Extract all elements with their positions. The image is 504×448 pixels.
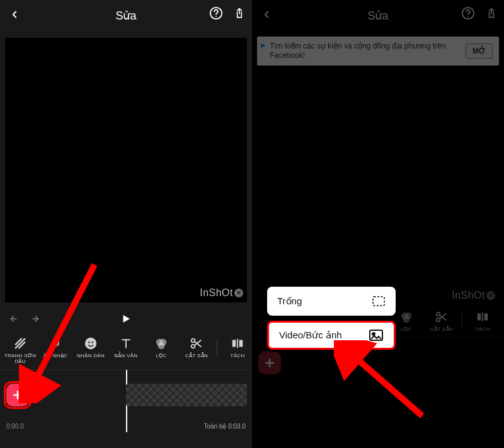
- tool-canvas[interactable]: TRANH SƠN DẦU: [3, 336, 38, 364]
- tool-label: CẮT SẴN: [185, 353, 208, 359]
- tool-label: LỌC: [401, 326, 411, 332]
- svg-point-1: [215, 16, 217, 17]
- playback-row: [0, 306, 252, 331]
- filter-icon: [154, 336, 168, 350]
- share-icon[interactable]: [233, 6, 246, 20]
- scissors-icon: [190, 336, 203, 350]
- tool-sticker[interactable]: NHÃN DÁN: [73, 336, 108, 359]
- redo-icon[interactable]: [28, 314, 40, 324]
- svg-point-27: [467, 16, 469, 17]
- split-icon: [476, 310, 490, 324]
- help-icon[interactable]: [209, 6, 223, 20]
- watermark-remove-icon[interactable]: ✕: [234, 289, 243, 297]
- watermark-text: InShOt: [200, 287, 233, 299]
- blank-rect-icon: [372, 296, 386, 307]
- tool-text[interactable]: BẢN VĂN: [108, 336, 144, 359]
- svg-rect-19: [232, 340, 236, 347]
- svg-rect-20: [239, 340, 243, 347]
- watermark-text: InShOt: [452, 290, 485, 301]
- add-clip-button[interactable]: [6, 384, 29, 406]
- help-icon[interactable]: [461, 6, 475, 20]
- header: Sửa: [252, 0, 504, 32]
- option-label: Trống: [277, 296, 302, 307]
- svg-point-14: [158, 342, 165, 349]
- tool-label: CẮT SẴN: [430, 326, 453, 332]
- toolbar-divider: [217, 339, 217, 357]
- undo-icon[interactable]: [9, 314, 21, 324]
- back-icon[interactable]: [9, 9, 20, 20]
- svg-point-9: [91, 342, 93, 343]
- svg-point-7: [85, 338, 96, 349]
- header: Sửa: [0, 0, 252, 32]
- music-icon: [49, 336, 62, 350]
- ad-banner[interactable]: ▶ Tìm kiếm các sự kiện và cộng đồng địa …: [257, 37, 499, 66]
- svg-rect-40: [373, 297, 384, 306]
- timeline-current-time: 0:00.0: [6, 423, 24, 430]
- scissors-icon: [435, 310, 449, 324]
- option-video-photo[interactable]: Video/Bức ảnh: [267, 321, 396, 350]
- ad-open-button[interactable]: MỞ: [466, 43, 493, 59]
- watermark-remove-icon[interactable]: ✕: [486, 291, 495, 300]
- toolbar: TRANH SƠN DẦU ÂM NHẠC NHÃN DÁN BẢN VĂN: [0, 331, 252, 367]
- tool-label: BẢN VĂN: [115, 353, 138, 359]
- tool-cut[interactable]: CẮT SẴN: [179, 336, 214, 359]
- option-blank[interactable]: Trống: [267, 287, 396, 316]
- phone-screen-left: Sửa InShOt ✕: [0, 0, 252, 448]
- watermark: InShOt ✕: [200, 287, 243, 299]
- play-icon[interactable]: [120, 313, 132, 325]
- tool-music[interactable]: ÂM NHẠC: [38, 336, 73, 359]
- tool-label: NHÃN DÁN: [77, 353, 105, 359]
- filter-icon: [399, 310, 413, 324]
- text-icon: [120, 336, 132, 350]
- svg-point-30: [403, 316, 410, 323]
- ad-text: Tìm kiếm các sự kiện và cộng đồng địa ph…: [270, 42, 466, 60]
- svg-rect-35: [478, 314, 481, 321]
- svg-marker-2: [123, 315, 130, 323]
- page-title: Sửa: [367, 9, 388, 23]
- svg-point-8: [88, 342, 90, 343]
- video-preview[interactable]: InShOt ✕: [257, 72, 499, 305]
- tool-label: TÁCH: [476, 326, 490, 332]
- canvas-icon: [13, 336, 27, 350]
- image-icon: [369, 329, 384, 342]
- option-label: Video/Bức ảnh: [279, 330, 342, 341]
- split-icon: [231, 336, 244, 350]
- back-icon[interactable]: [261, 9, 272, 20]
- tool-label: LỌC: [156, 353, 166, 359]
- timeline-clip[interactable]: [126, 384, 247, 406]
- tool-filter[interactable]: LỌC: [144, 336, 179, 359]
- timeline[interactable]: 0:00.0 Toàn bộ 0:03.0: [0, 369, 252, 432]
- video-preview[interactable]: InShOt ✕: [5, 38, 247, 302]
- add-clip-button[interactable]: [258, 352, 281, 374]
- svg-rect-36: [484, 314, 488, 321]
- tool-split[interactable]: TÁCH: [465, 310, 500, 332]
- sticker-icon: [84, 336, 98, 350]
- page-title: Sửa: [115, 9, 136, 23]
- phone-screen-right: Sửa ▶ Tìm kiếm các sự kiện và cộng đồng …: [252, 0, 504, 448]
- watermark: InShOt ✕: [452, 290, 495, 301]
- tool-label: TRANH SƠN DẦU: [3, 353, 38, 364]
- tool-label: TÁCH: [231, 353, 245, 359]
- tool-label: ÂM NHẠC: [43, 353, 68, 359]
- tool-split[interactable]: TÁCH: [220, 336, 252, 359]
- tool-cut[interactable]: CẮT SẴN: [424, 310, 459, 332]
- svg-point-42: [372, 333, 375, 335]
- ad-indicator-icon: ▶: [261, 42, 266, 49]
- add-media-popup: Trống Video/Bức ảnh: [267, 287, 396, 350]
- toolbar-divider: [462, 313, 462, 330]
- timeline-total-time: Toàn bộ 0:03.0: [203, 423, 246, 430]
- share-icon[interactable]: [485, 6, 498, 20]
